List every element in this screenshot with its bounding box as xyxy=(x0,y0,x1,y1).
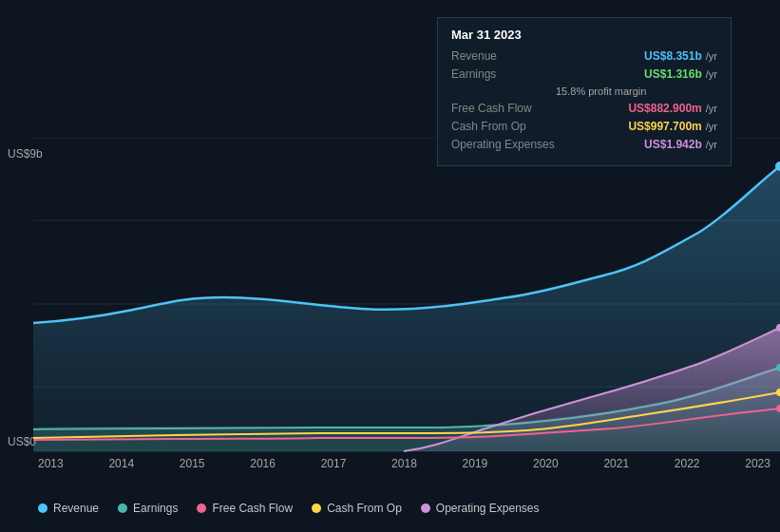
tooltip-earnings-unit: /yr xyxy=(706,68,717,80)
tooltip-earnings-value: US$1.316b xyxy=(644,67,702,81)
x-label-2023: 2023 xyxy=(745,457,770,470)
tooltip-profit-margin: 15.8% profit margin xyxy=(451,86,717,97)
tooltip-cashop-value: US$997.700m xyxy=(628,120,701,133)
tooltip-revenue-unit: /yr xyxy=(706,50,717,62)
legend-earnings-label: Earnings xyxy=(133,502,178,515)
x-label-2019: 2019 xyxy=(463,457,488,470)
chart-container: US$9b US$0 Mar 31 2023 Revenue US$8.351b… xyxy=(0,0,780,532)
tooltip-fcf-row: Free Cash Flow US$882.900m/yr xyxy=(451,102,717,115)
legend-revenue-label: Revenue xyxy=(53,502,99,515)
x-label-2022: 2022 xyxy=(675,457,700,470)
tooltip-date: Mar 31 2023 xyxy=(451,28,717,42)
tooltip-opex-value: US$1.942b xyxy=(644,138,702,151)
tooltip-opex-label: Operating Expenses xyxy=(451,138,556,151)
legend-cashop-label: Cash From Op xyxy=(327,502,402,515)
tooltip-revenue-label: Revenue xyxy=(451,49,556,63)
tooltip-earnings-label: Earnings xyxy=(451,67,556,81)
tooltip-earnings-row: Earnings US$1.316b/yr xyxy=(451,67,717,81)
x-label-2016: 2016 xyxy=(250,457,276,470)
x-label-2013: 2013 xyxy=(38,457,64,470)
legend-fcf-dot xyxy=(197,504,206,513)
tooltip-cashop-label: Cash From Op xyxy=(451,120,556,133)
tooltip-cashop-row: Cash From Op US$997.700m/yr xyxy=(451,120,717,133)
legend-opex-dot xyxy=(421,504,430,513)
tooltip-opex-row: Operating Expenses US$1.942b/yr xyxy=(451,138,717,151)
legend-fcf[interactable]: Free Cash Flow xyxy=(197,502,293,515)
x-label-2021: 2021 xyxy=(603,457,629,470)
y-axis-bottom-label: US$0 xyxy=(8,435,36,448)
legend-earnings[interactable]: Earnings xyxy=(118,502,178,515)
legend-cashop-dot xyxy=(312,504,321,513)
x-axis: 2013 2014 2015 2016 2017 2018 2019 2020 … xyxy=(38,457,770,470)
legend-fcf-label: Free Cash Flow xyxy=(212,502,293,515)
x-label-2014: 2014 xyxy=(108,457,134,470)
legend-revenue-dot xyxy=(38,504,48,513)
tooltip-revenue-value: US$8.351b xyxy=(644,49,702,63)
tooltip-fcf-label: Free Cash Flow xyxy=(451,102,556,115)
legend: Revenue Earnings Free Cash Flow Cash Fro… xyxy=(38,502,540,515)
chart-svg xyxy=(33,138,780,470)
tooltip-revenue-row: Revenue US$8.351b/yr xyxy=(451,49,717,63)
x-label-2017: 2017 xyxy=(321,457,347,470)
data-tooltip: Mar 31 2023 Revenue US$8.351b/yr Earning… xyxy=(437,17,732,166)
tooltip-opex-unit: /yr xyxy=(706,139,717,150)
tooltip-fcf-unit: /yr xyxy=(706,103,717,114)
x-label-2020: 2020 xyxy=(533,457,559,470)
tooltip-cashop-unit: /yr xyxy=(706,121,717,132)
legend-cashop[interactable]: Cash From Op xyxy=(312,502,402,515)
legend-earnings-dot xyxy=(118,504,127,513)
legend-opex-label: Operating Expenses xyxy=(436,502,540,515)
tooltip-fcf-value: US$882.900m xyxy=(628,102,701,115)
x-label-2015: 2015 xyxy=(180,457,205,470)
legend-opex[interactable]: Operating Expenses xyxy=(421,502,540,515)
x-label-2018: 2018 xyxy=(391,457,417,470)
legend-revenue[interactable]: Revenue xyxy=(38,502,99,515)
